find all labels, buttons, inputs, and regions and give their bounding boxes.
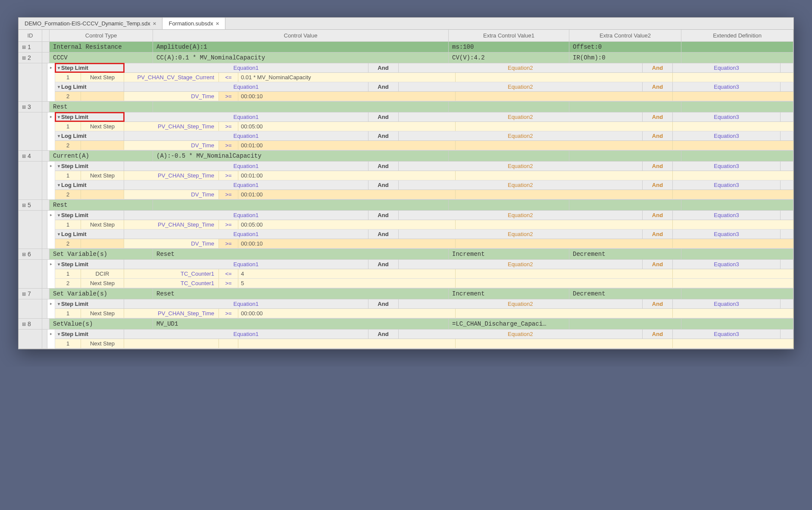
limit-value[interactable]: 00:00:10 — [238, 92, 456, 101]
step-row[interactable]: ⊞6Set Variable(s)ResetIncrementDecrement — [19, 249, 793, 260]
step-row[interactable]: ⊞5Rest — [19, 200, 793, 211]
limit-value[interactable]: 0.01 * MV_NominalCapacity — [238, 73, 456, 82]
extra2-cell[interactable]: IR(Ohm):0 — [569, 53, 681, 63]
hdr-extra2[interactable]: Extra Control Value2 — [569, 30, 681, 41]
extra2-cell[interactable] — [569, 319, 681, 329]
log-limit-header[interactable]: ▾Log LimitEquation1AndEquation2AndEquati… — [55, 82, 793, 92]
limit-row[interactable]: 2DV_Time>=00:00:10 — [55, 239, 793, 249]
log-limit-header[interactable]: ▾Log LimitEquation1AndEquation2AndEquati… — [55, 180, 793, 190]
limit-value[interactable]: 5 — [238, 279, 456, 288]
close-icon[interactable]: × — [216, 20, 219, 27]
limit-blank[interactable] — [673, 220, 793, 229]
chevron-right-icon[interactable]: ▸ — [47, 260, 55, 288]
limit-blank[interactable] — [673, 122, 793, 131]
limit-action[interactable] — [81, 239, 124, 248]
log-limit-header[interactable]: ▾Log LimitEquation1AndEquation2AndEquati… — [55, 131, 793, 141]
limit-row[interactable]: 1Next Step — [55, 339, 793, 348]
limit-blank[interactable] — [673, 190, 793, 199]
control-type-cell[interactable]: Rest — [50, 200, 153, 210]
step-limit-header[interactable]: ▾Step LimitEquation1AndEquation2AndEquat… — [55, 63, 793, 73]
limit-row[interactable]: 1DCIRTC_Counter1<=4 — [55, 269, 793, 279]
limit-blank[interactable] — [456, 339, 673, 348]
limit-blank[interactable] — [673, 339, 793, 348]
limit-action[interactable]: Next Step — [81, 339, 124, 348]
extra1-cell[interactable]: =LC_CHAN_Discharge_Capaci… — [449, 319, 569, 329]
extra2-cell[interactable]: Offset:0 — [569, 42, 681, 52]
limit-variable[interactable]: TC_Counter1 — [124, 279, 219, 288]
limit-operator[interactable]: >= — [219, 122, 238, 131]
limit-blank[interactable] — [673, 171, 793, 180]
limit-value[interactable]: 00:05:00 — [238, 122, 456, 131]
limit-variable[interactable]: DV_Time — [124, 92, 219, 101]
limit-blank[interactable] — [673, 73, 793, 82]
limit-row[interactable]: 1Next StepPV_CHAN_Step_Time>=00:00:00 — [55, 309, 793, 318]
extdef-cell[interactable] — [681, 319, 793, 329]
limit-blank[interactable] — [673, 279, 793, 288]
limit-variable[interactable]: DV_Time — [124, 190, 219, 199]
extra1-cell[interactable]: Increment — [449, 249, 569, 259]
chevron-down-icon[interactable]: ▾ — [58, 183, 60, 187]
limit-action[interactable]: Next Step — [81, 122, 124, 131]
limit-value[interactable]: 4 — [238, 269, 456, 278]
limit-value[interactable]: 00:00:10 — [238, 239, 456, 248]
limit-operator[interactable]: >= — [219, 279, 238, 288]
chevron-right-icon[interactable]: ▸ — [47, 211, 55, 249]
control-value-cell[interactable]: (A):-0.5 * MV_NominalCapacity — [153, 151, 449, 161]
limit-value[interactable]: 00:01:00 — [238, 141, 456, 150]
chevron-right-icon[interactable]: ▸ — [47, 112, 55, 150]
limit-variable[interactable] — [124, 339, 219, 348]
limit-row[interactable]: 1Next StepPV_CHAN_Step_Time>=00:05:00 — [55, 122, 793, 131]
control-value-cell[interactable]: MV_UD1 — [153, 319, 449, 329]
chevron-down-icon[interactable]: ▾ — [58, 164, 60, 168]
expand-icon[interactable]: ⊞ — [22, 44, 26, 50]
limit-variable[interactable]: PV_CHAN_Step_Time — [124, 220, 219, 229]
chevron-down-icon[interactable]: ▾ — [58, 84, 60, 89]
extra2-cell[interactable] — [569, 151, 681, 161]
extdef-cell[interactable] — [681, 151, 793, 161]
log-limit-header[interactable]: ▾Log LimitEquation1AndEquation2AndEquati… — [55, 230, 793, 239]
limit-blank[interactable] — [673, 309, 793, 318]
step-row[interactable]: ⊞4Current(A)(A):-0.5 * MV_NominalCapacit… — [19, 151, 793, 162]
limit-value[interactable]: 00:01:00 — [238, 171, 456, 180]
expand-icon[interactable]: ⊞ — [22, 153, 26, 159]
chevron-down-icon[interactable]: ▾ — [58, 65, 60, 70]
limit-row[interactable]: 2Next StepTC_Counter1>=5 — [55, 279, 793, 288]
chevron-down-icon[interactable]: ▾ — [58, 302, 60, 306]
limit-blank[interactable] — [456, 141, 673, 150]
control-type-cell[interactable]: Set Variable(s) — [50, 289, 153, 299]
limit-value[interactable]: 00:01:00 — [238, 190, 456, 199]
limit-operator[interactable]: >= — [219, 190, 238, 199]
chevron-right-icon[interactable]: ▸ — [47, 299, 55, 318]
expand-icon[interactable]: ⊞ — [22, 202, 26, 208]
limit-action[interactable] — [81, 141, 124, 150]
limit-variable[interactable]: TC_Counter1 — [124, 269, 219, 278]
step-limit-header[interactable]: ▾Step LimitEquation1AndEquation2AndEquat… — [55, 162, 793, 171]
extra2-cell[interactable]: Decrement — [569, 249, 681, 259]
limit-blank[interactable] — [456, 92, 673, 101]
file-tab-1[interactable]: Formation.subsdx × — [162, 18, 225, 29]
limit-operator[interactable]: >= — [219, 309, 238, 318]
limit-blank[interactable] — [456, 73, 673, 82]
chevron-right-icon[interactable]: ▸ — [47, 162, 55, 199]
limit-operator[interactable]: <= — [219, 73, 238, 82]
limit-action[interactable] — [81, 190, 124, 199]
expand-icon[interactable]: ⊞ — [22, 291, 26, 297]
limit-blank[interactable] — [456, 239, 673, 248]
hdr-ext[interactable]: Extended Definition — [681, 30, 793, 41]
limit-blank[interactable] — [673, 269, 793, 278]
limit-variable[interactable]: PV_CHAN_Step_Time — [124, 122, 219, 131]
control-type-cell[interactable]: Current(A) — [50, 151, 153, 161]
control-value-cell[interactable]: Reset — [153, 249, 449, 259]
hdr-id[interactable]: ID — [19, 30, 42, 41]
control-type-cell[interactable]: Set Variable(s) — [50, 249, 153, 259]
step-limit-header[interactable]: ▾Step LimitEquation1AndEquation2AndEquat… — [55, 211, 793, 220]
chevron-down-icon[interactable]: ▾ — [58, 134, 60, 138]
control-value-cell[interactable] — [153, 200, 449, 210]
extra1-cell[interactable] — [449, 102, 569, 112]
step-limit-header[interactable]: ▾Step LimitEquation1AndEquation2AndEquat… — [55, 299, 793, 309]
limit-action[interactable]: DCIR — [81, 269, 124, 278]
limit-action[interactable]: Next Step — [81, 220, 124, 229]
step-limit-header[interactable]: ▾Step LimitEquation1AndEquation2AndEquat… — [55, 330, 793, 339]
expand-icon[interactable]: ⊞ — [22, 55, 26, 61]
limit-blank[interactable] — [456, 279, 673, 288]
